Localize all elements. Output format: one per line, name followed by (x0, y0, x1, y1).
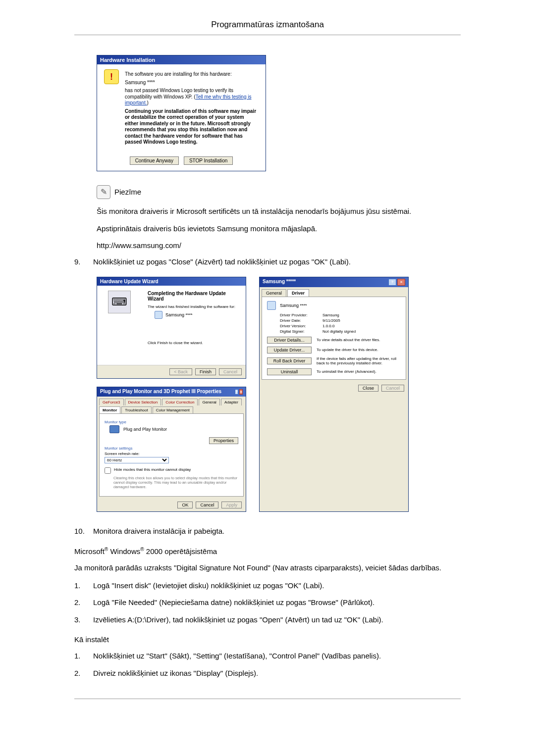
step-text: Divreiz noklikšķiniet uz ikonas "Display… (93, 668, 461, 679)
action-desc: If the device fails after updating the d… (317, 356, 401, 365)
divider-top (74, 35, 461, 35)
monitor-icon (155, 311, 162, 319)
help-icon[interactable]: ? (388, 279, 396, 286)
monitor-type-label: Monitor type (105, 420, 238, 424)
note-paragraph-1: Šis monitora draiveris ir Microsoft sert… (97, 206, 461, 217)
step-text: Monitora draivera instalācija ir pabeigt… (93, 526, 461, 537)
close-icon[interactable]: × (397, 279, 405, 286)
roll-back-driver-button[interactable]: Roll Back Driver (267, 357, 312, 364)
samsung-url: http://www.samsung.com/ (97, 241, 461, 250)
wizard-line1: The wizard has finished installing the s… (148, 304, 240, 309)
kv-key: Driver Date: (280, 318, 322, 323)
back-button: < Back (169, 368, 192, 375)
refresh-rate-select[interactable]: 60 Hertz (105, 457, 169, 463)
note-paragraph-2: Apstiprinātais draiveris būs ievietots S… (97, 223, 461, 234)
tab-general[interactable]: General (199, 399, 219, 405)
step-number: 2. (74, 668, 86, 679)
monitor-icon (267, 301, 276, 310)
wizard-line2: Click Finish to close the wizard. (148, 341, 240, 345)
wizard-side-icon: ⌨ (108, 291, 131, 313)
step-number: 9. (74, 256, 86, 268)
monitor-name: Plug and Play Monitor (123, 427, 167, 432)
dialog-title: Hardware Installation (97, 55, 266, 64)
tab-color-correction[interactable]: Color Correction (162, 399, 198, 405)
step-number: 2. (74, 597, 86, 608)
hwinstall-warning: Continuing your installation of this sof… (125, 108, 259, 146)
step-text: Noklikšķiniet uz "Start" (Sākt), "Settin… (93, 651, 461, 662)
kv-value: Samsung (322, 313, 339, 317)
hide-modes-description: Clearing this check box allows you to se… (113, 476, 238, 489)
monitor-icon (109, 425, 119, 433)
tab-driver[interactable]: Driver (287, 289, 309, 297)
dialog-title: Plug and Play Monitor and 3D Prophet III… (100, 389, 221, 395)
tab-troubleshoot[interactable]: Troubleshoot (121, 406, 151, 413)
hwinstall-compat: has not passed Windows Logo testing to v… (125, 88, 259, 106)
display-properties-dialog: Plug and Play Monitor and 3D Prophet III… (97, 387, 246, 512)
step-text: Logā "Insert disk" (Ievietojiet disku) n… (93, 580, 461, 592)
step-number: 1. (74, 651, 86, 662)
step-text: Noklikšķiniet uz pogas "Close" (Aizvērt)… (93, 256, 461, 268)
kv-value: Not digitally signed (322, 329, 356, 334)
ok-button[interactable]: OK (177, 502, 193, 508)
os-intro: Ja monitorā parādās uzraksts "Digital Si… (74, 562, 461, 573)
hide-modes-label: Hide modes that this monitor cannot disp… (114, 467, 191, 472)
dialog-title: Samsung ***** (263, 279, 296, 286)
kv-value: 9/11/2005 (322, 318, 340, 323)
refresh-rate-label: Screen refresh rate: (105, 452, 238, 456)
uninstall-button[interactable]: Uninstall (267, 368, 312, 375)
driver-properties-dialog: Samsung ***** ? × General Driver Samsung… (259, 277, 409, 512)
step-text: Izvēlieties A:(D:\Driver), tad noklikšķi… (93, 614, 461, 626)
close-button[interactable]: Close (358, 385, 378, 392)
warning-icon: ! (104, 69, 119, 84)
page-title: Programmatūras izmantošana (74, 20, 461, 30)
cancel-button: Cancel (381, 385, 404, 392)
step-text: Logā "File Needed" (Nepieciešama datne) … (93, 597, 461, 608)
action-desc: To uninstall the driver (Advanced). (317, 369, 401, 374)
cancel-button[interactable]: Cancel (196, 502, 218, 508)
update-driver-button[interactable]: Update Driver... (267, 347, 312, 353)
kv-key: Driver Version: (280, 324, 322, 328)
driver-details-button[interactable]: Driver Details... (267, 337, 312, 344)
kv-key: Digital Signer: (280, 329, 322, 334)
tab-general[interactable]: General (262, 289, 286, 297)
hwinstall-intro: The software you are installing for this… (125, 71, 259, 78)
step-number: 1. (74, 580, 86, 592)
kv-value: 1.0.0.0 (322, 324, 334, 328)
note-label: Piezīme (114, 188, 141, 196)
dialog-title: Hardware Update Wizard (97, 277, 246, 286)
finish-button[interactable]: Finish (195, 368, 216, 375)
stop-installation-button[interactable]: STOP Installation (184, 156, 233, 165)
tab-adapter[interactable]: Adapter (221, 399, 242, 405)
tab-geforce3[interactable]: GeForce3 (99, 399, 124, 405)
action-desc: To update the driver for this device. (317, 348, 401, 352)
os-heading: Microsoft® Windows® 2000 operētājsistēma (74, 547, 461, 555)
text: ) (147, 100, 148, 105)
note-icon: ✎ (97, 185, 110, 199)
apply-button: Apply (221, 502, 242, 508)
hide-modes-checkbox[interactable] (105, 467, 111, 474)
step-number: 3. (74, 614, 86, 626)
how-to-install-heading: Kā instalēt (74, 635, 461, 644)
wizard-device: Samsung **** (165, 312, 193, 317)
wizard-heading: Completing the Hardware Update Wizard (148, 291, 240, 302)
hwinstall-device: Samsung **** (125, 80, 259, 86)
monitor-settings-label: Monitor settings (105, 446, 238, 451)
tab-color-management[interactable]: Color Management (153, 406, 193, 413)
device-name: Samsung **** (280, 303, 307, 308)
hardware-installation-dialog: Hardware Installation ! The software you… (97, 55, 266, 171)
close-icon[interactable]: × (239, 389, 243, 395)
continue-anyway-button[interactable]: Continue Anyway (130, 156, 179, 165)
step-number: 10. (74, 526, 86, 537)
kv-key: Driver Provider: (280, 313, 322, 317)
help-icon[interactable]: ? (235, 389, 238, 395)
cancel-button: Cancel (219, 368, 242, 375)
divider-bottom (74, 699, 461, 699)
properties-button[interactable]: Properties (209, 437, 238, 444)
action-desc: To view details about the driver files. (317, 338, 401, 342)
tab-monitor[interactable]: Monitor (99, 406, 120, 413)
tab-device-selection[interactable]: Device Selection (125, 399, 161, 405)
hardware-update-wizard-dialog: Hardware Update Wizard ⌨ Completing the … (97, 277, 246, 379)
